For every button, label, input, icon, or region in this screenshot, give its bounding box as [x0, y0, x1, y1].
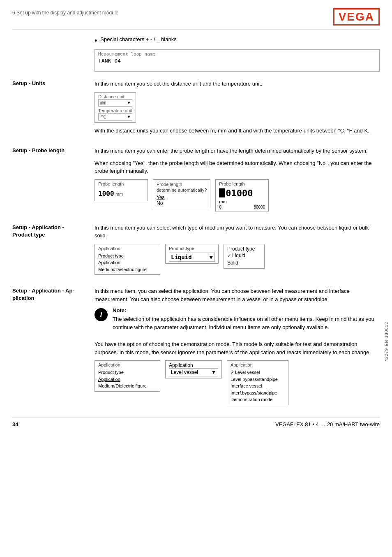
app-item-product-type[interactable]: Product type	[98, 253, 157, 260]
bullet-section: • Special characters + - / _ blanks	[95, 36, 380, 44]
setup-application-content: In this menu item, you can select the ap…	[86, 287, 380, 409]
setup-probe-content: In this menu item you can enter the prob…	[86, 147, 380, 216]
note-text1: The selection of the application has a c…	[113, 315, 380, 331]
probe-widget-row: Probe length 1000 mm Probe length determ…	[95, 179, 380, 211]
probe-auto-widget: Probe length determine automatically? Ye…	[153, 179, 210, 209]
ao-demo-mode[interactable]: Demonstration mode	[231, 396, 285, 403]
distance-unit-label: Distance unit	[98, 94, 132, 99]
probe-auto-title: Probe length determine automatically?	[157, 181, 207, 193]
application-desc: In this menu item, you can select the ap…	[95, 287, 380, 303]
probe-length-widget-1: Probe length 1000 mm	[95, 179, 148, 201]
probe-length-unit-1: mm	[115, 192, 123, 197]
pt-dropdown-arrow: ▼	[210, 254, 213, 260]
pto-liquid[interactable]: Liquid	[227, 252, 261, 259]
bullet-icon: •	[95, 37, 97, 44]
probe-digital-unit: mm	[219, 199, 265, 204]
temp-unit-label: Temperature unit	[98, 108, 132, 113]
app-options-widget: Application Level vessel Level bypass/st…	[227, 360, 288, 405]
app-item2-product-type[interactable]: Product type	[98, 369, 157, 376]
temp-dropdown-arrow: ▼	[128, 114, 130, 119]
setup-product-label: Setup - Application - Product type	[12, 224, 86, 279]
app-menu-title-2: Application	[98, 362, 157, 367]
probe-length-value-1: 1000	[98, 190, 114, 197]
pt-title: Product type	[169, 246, 215, 251]
probe-auto-yes[interactable]: Yes	[157, 195, 207, 200]
app-item-medium[interactable]: Medium/Dielectric figure	[98, 266, 157, 273]
pt-value: Liquid	[171, 254, 192, 260]
units-widget: Distance unit mm ▼ Temperature unit °C ▼	[95, 92, 136, 123]
cursor-block	[219, 188, 225, 197]
note-title: Note:	[113, 307, 380, 313]
pto-title: Product type	[227, 246, 261, 252]
app-level-value: Level vessel	[171, 369, 198, 375]
ao-level-bypass[interactable]: Level bypass/standpipe	[231, 376, 285, 383]
distance-unit-value: mm	[100, 100, 106, 106]
setup-units-content: In this menu item you select the distanc…	[86, 80, 380, 139]
side-barcode: 42279-EN-130612	[384, 322, 389, 362]
units-note: With the distance units you can choose b…	[95, 127, 380, 135]
app-item2-application[interactable]: Application	[98, 376, 157, 383]
section-setup-probe: Setup - Probe length In this menu item y…	[12, 147, 380, 216]
probe-auto-no[interactable]: No	[157, 200, 207, 206]
section-setup-application: Setup - Application - Ap- plication In t…	[12, 287, 380, 409]
application-menu-widget: Application Product type Application Med…	[95, 244, 160, 275]
distance-unit-select[interactable]: mm ▼	[98, 99, 132, 107]
bullet-text: Special characters + - / _ blanks	[100, 36, 176, 42]
probe-digital-widget: Probe length 01000 mm 0 80000	[215, 179, 269, 211]
setup-units-desc: In this menu item you select the distanc…	[95, 80, 380, 88]
section-setup-product-type: Setup - Application - Product type In th…	[12, 224, 380, 279]
setup-application-label: Setup - Application - Ap- plication	[12, 287, 86, 409]
temp-unit-value: °C	[100, 114, 106, 120]
app-menu-widget-2: Application Product type Application Med…	[95, 360, 160, 392]
setup-product-content: In this menu item you can select which t…	[86, 224, 380, 279]
page-footer: 34 VEGAFLEX 81 • 4 … 20 mA/HART two-wire	[12, 418, 380, 427]
note-icon: i	[95, 308, 108, 321]
product-type-dropdown-widget: Product type Liquid ▼	[165, 244, 219, 264]
ao-interface-vessel[interactable]: Interface vessel	[231, 383, 285, 390]
probe-desc1: In this menu item you can enter the prob…	[95, 147, 380, 155]
measurement-value: TANK 04	[98, 58, 376, 64]
setup-units-label: Setup - Units	[12, 80, 86, 139]
units-widget-row: Distance unit mm ▼ Temperature unit °C ▼	[95, 92, 380, 123]
app-item-application[interactable]: Application	[98, 259, 157, 266]
probe-digital-title: Probe length	[219, 181, 265, 186]
pto-solid[interactable]: Solid	[227, 259, 261, 267]
page-header: 6 Set up with the display and adjustment…	[12, 8, 380, 30]
scale-max: 80000	[254, 205, 265, 209]
note-content: Note: The selection of the application h…	[113, 307, 380, 335]
section-setup-units: Setup - Units In this menu item you sele…	[12, 80, 380, 139]
header-section-label: 6 Set up with the display and adjustment…	[12, 8, 118, 16]
note-box: i Note: The selection of the application…	[95, 307, 380, 335]
ao-interf-bypass[interactable]: Interf.bypass/standpipe	[231, 390, 285, 397]
measurement-label: Measurement loop name	[98, 51, 376, 57]
setup-probe-label: Setup - Probe length	[12, 147, 86, 216]
probe-digital-value: 01000	[219, 188, 265, 198]
product-type-select[interactable]: Liquid ▼	[169, 253, 215, 262]
app-menu-title: Application	[98, 246, 157, 251]
app-level-widget: Application Level vessel ▼	[165, 360, 222, 378]
app-level-select[interactable]: Level vessel ▼	[169, 368, 218, 376]
temp-unit-select[interactable]: °C ▼	[98, 113, 132, 121]
probe-digital-scale: 0 80000	[219, 205, 265, 209]
product-type-options-widget: Product type Liquid Solid	[224, 244, 265, 269]
vega-logo: VEGA	[333, 8, 380, 26]
ao-level-vessel[interactable]: Level vessel	[231, 369, 285, 376]
page-number: 34	[12, 421, 18, 427]
probe-length-title-1: Probe length	[98, 181, 144, 186]
measurement-box: Measurement loop name TANK 04	[95, 49, 380, 72]
application-widget-row: Application Product type Application Med…	[95, 360, 380, 405]
measurement-display: Measurement loop name TANK 04	[95, 49, 380, 72]
app-level-arrow: ▼	[211, 369, 216, 375]
product-desc: In this menu item you can select which t…	[95, 224, 380, 240]
product-widget-row: Application Product type Application Med…	[95, 244, 380, 275]
application-note2: You have the option of choosing the demo…	[95, 340, 380, 356]
probe-desc2: When choosing "Yes", then the probe leng…	[95, 159, 380, 175]
app-options-title: Application	[231, 362, 285, 367]
distance-dropdown-arrow: ▼	[128, 100, 130, 105]
product-name: VEGAFLEX 81 • 4 … 20 mA/HART two-wire	[275, 421, 380, 427]
app-level-title: Application	[169, 362, 218, 368]
app-item2-medium[interactable]: Medium/Dielectric figure	[98, 383, 157, 390]
scale-min: 0	[219, 205, 221, 209]
